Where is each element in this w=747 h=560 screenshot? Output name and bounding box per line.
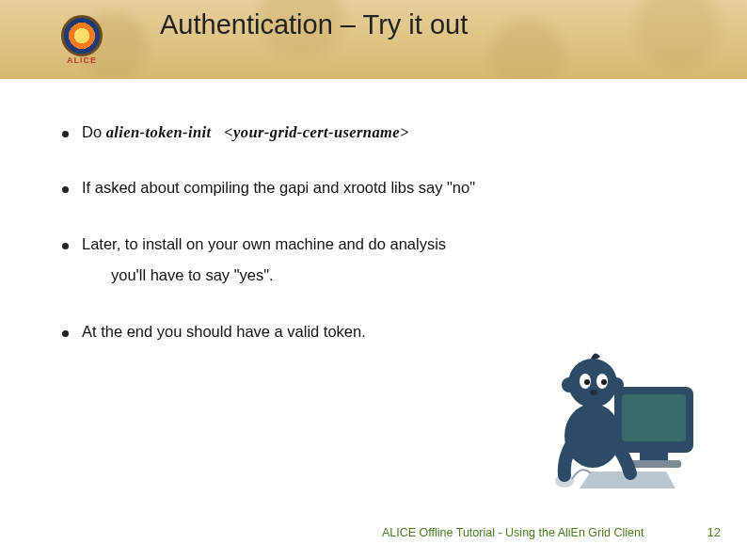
bullet-dot-icon: [62, 131, 69, 137]
logo-text: ALICE: [67, 56, 97, 65]
svg-point-11: [584, 379, 590, 385]
footer-text: ALICE Offline Tutorial - Using the AliEn…: [382, 526, 644, 539]
bullet-prefix: Do: [82, 123, 106, 140]
svg-rect-2: [640, 453, 668, 460]
bullet-item: If asked about compiling the gapi and xr…: [62, 178, 683, 198]
svg-point-12: [601, 379, 607, 385]
bullet-item: Later, to install on your own machine an…: [62, 234, 683, 254]
bullet-item: Do alien-token-init <your-grid-cert-user…: [62, 122, 683, 142]
svg-point-13: [590, 390, 597, 395]
command-arg: <your-grid-cert-username>: [224, 123, 409, 141]
bullet-dot-icon: [62, 186, 69, 193]
bullet-text: If asked about compiling the gapi and xr…: [82, 178, 683, 198]
logo-disc-icon: [61, 15, 103, 56]
bullet-dot-icon: [62, 243, 69, 249]
command-text: alien-token-init: [106, 123, 212, 141]
bullet-continuation: you'll have to say "yes".: [111, 265, 683, 285]
slide-content: Do alien-token-init <your-grid-cert-user…: [62, 122, 683, 342]
svg-rect-1: [622, 394, 686, 441]
page-number: 12: [707, 525, 721, 539]
computer-user-clipart-icon: [525, 323, 704, 502]
svg-point-7: [562, 377, 577, 392]
bullet-text: Later, to install on your own machine an…: [82, 234, 683, 254]
bullet-dot-icon: [62, 330, 69, 337]
svg-point-8: [609, 377, 624, 392]
bullet-text: Do alien-token-init <your-grid-cert-user…: [82, 122, 683, 142]
slide-title: Authentication – Try it out: [160, 9, 468, 40]
alice-logo: ALICE: [53, 10, 111, 69]
